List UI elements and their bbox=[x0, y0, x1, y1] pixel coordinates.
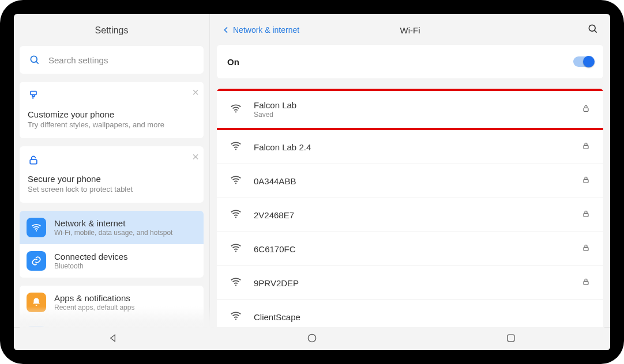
svg-point-18 bbox=[235, 285, 236, 286]
wifi-switch[interactable] bbox=[573, 56, 593, 67]
wifi-network-row[interactable]: 0A344ABB bbox=[217, 164, 603, 198]
svg-rect-23 bbox=[508, 335, 514, 342]
svg-rect-19 bbox=[584, 281, 588, 285]
settings-group: Apps & notifications Recent apps, defaul… bbox=[20, 286, 204, 327]
nav-back-button[interactable] bbox=[107, 332, 119, 346]
lock-icon bbox=[581, 243, 591, 255]
search-input[interactable] bbox=[48, 55, 194, 65]
svg-rect-17 bbox=[584, 247, 588, 251]
sidebar-item-network[interactable]: Network & internet Wi-Fi, mobile, data u… bbox=[20, 211, 204, 244]
wifi-toggle-row[interactable]: On bbox=[217, 45, 603, 78]
settings-sidebar: Settings × Customize your phone Try diff… bbox=[14, 14, 210, 327]
svg-marker-21 bbox=[111, 335, 115, 342]
wifi-network-row[interactable]: 6C6170FC bbox=[217, 232, 603, 266]
wifi-ssid: Falcon Lab 2.4 bbox=[254, 142, 581, 152]
wifi-ssid: 9PRV2DEP bbox=[254, 278, 581, 288]
svg-point-6 bbox=[589, 25, 595, 31]
lock-icon bbox=[581, 175, 591, 187]
wifi-network-row[interactable]: 9PRV2DEP bbox=[217, 266, 603, 300]
wifi-network-list: Falcon LabSavedFalcon Lab 2.40A344ABB2V2… bbox=[217, 89, 603, 327]
svg-point-0 bbox=[31, 56, 37, 62]
wifi-detail-panel: Network & internet Wi-Fi On Falcon LabS bbox=[210, 14, 610, 327]
svg-line-7 bbox=[595, 31, 597, 33]
svg-point-8 bbox=[235, 111, 236, 112]
lock-icon bbox=[581, 209, 591, 221]
tip-title: Secure your phone bbox=[28, 174, 196, 184]
svg-point-14 bbox=[235, 217, 236, 218]
back-label: Network & internet bbox=[233, 25, 299, 35]
sidebar-title: Settings bbox=[14, 14, 209, 46]
nav-home-button[interactable] bbox=[306, 332, 318, 346]
wifi-signal-icon bbox=[230, 102, 242, 117]
wifi-ssid: 2V2468E7 bbox=[254, 210, 581, 220]
triangle-back-icon bbox=[107, 332, 119, 344]
setting-subtitle: Wi-Fi, mobile, data usage, and hotspot bbox=[54, 229, 172, 237]
svg-rect-11 bbox=[584, 145, 588, 149]
wifi-signal-icon bbox=[230, 275, 242, 290]
tip-secure-card[interactable]: × Secure your phone Set screen lock to p… bbox=[20, 146, 204, 203]
wifi-signal-icon bbox=[230, 139, 242, 154]
highlighted-network: Falcon LabSaved bbox=[217, 89, 603, 130]
back-button[interactable]: Network & internet bbox=[221, 25, 299, 35]
setting-title: Network & internet bbox=[54, 218, 172, 228]
svg-line-1 bbox=[36, 62, 39, 64]
setting-subtitle: Bluetooth bbox=[54, 262, 128, 270]
wifi-signal-icon bbox=[230, 309, 242, 324]
svg-rect-3 bbox=[30, 160, 37, 164]
tip-subtitle: Try different styles, wallpapers, and mo… bbox=[28, 120, 196, 129]
svg-rect-13 bbox=[584, 179, 588, 183]
lock-icon bbox=[581, 277, 591, 289]
system-navbar bbox=[14, 327, 610, 350]
wifi-ssid: ClientScape bbox=[254, 312, 591, 322]
chevron-left-icon bbox=[221, 25, 231, 35]
svg-point-22 bbox=[308, 334, 315, 342]
sidebar-item-apps[interactable]: Apps & notifications Recent apps, defaul… bbox=[20, 286, 204, 319]
settings-group: Network & internet Wi-Fi, mobile, data u… bbox=[20, 211, 204, 278]
svg-rect-9 bbox=[584, 108, 588, 111]
wifi-network-row[interactable]: ClientScape bbox=[217, 300, 603, 327]
unlock-icon bbox=[28, 154, 39, 166]
sidebar-item-display[interactable]: Display Wallpaper, sleep, font size bbox=[20, 319, 204, 327]
lock-icon bbox=[581, 104, 591, 115]
svg-point-20 bbox=[235, 318, 236, 320]
svg-rect-2 bbox=[31, 92, 36, 95]
wifi-signal-icon bbox=[230, 241, 242, 256]
search-icon bbox=[587, 23, 599, 35]
setting-subtitle: Recent apps, default apps bbox=[54, 304, 134, 312]
wifi-network-row[interactable]: 2V2468E7 bbox=[217, 198, 603, 232]
wifi-ssid: 6C6170FC bbox=[254, 244, 581, 254]
lock-icon bbox=[581, 141, 591, 153]
tip-subtitle: Set screen lock to protect tablet bbox=[28, 185, 196, 194]
search-icon bbox=[29, 54, 40, 66]
brush-icon bbox=[28, 90, 39, 101]
svg-point-12 bbox=[235, 183, 236, 184]
search-button[interactable] bbox=[587, 23, 599, 37]
svg-rect-15 bbox=[584, 213, 588, 217]
wifi-network-row[interactable]: Falcon Lab 2.4 bbox=[217, 130, 603, 164]
svg-point-16 bbox=[235, 251, 236, 252]
bell-icon bbox=[27, 293, 46, 312]
wifi-status: Saved bbox=[254, 111, 581, 119]
setting-title: Connected devices bbox=[54, 252, 128, 261]
wifi-icon bbox=[27, 218, 46, 237]
wifi-ssid: Falcon Lab bbox=[254, 100, 581, 110]
tip-customize-card[interactable]: × Customize your phone Try different sty… bbox=[20, 82, 204, 138]
close-icon[interactable]: × bbox=[192, 151, 199, 162]
svg-point-4 bbox=[36, 230, 37, 232]
sidebar-item-connected[interactable]: Connected devices Bluetooth bbox=[20, 244, 204, 278]
wifi-state-label: On bbox=[227, 57, 239, 67]
tip-title: Customize your phone bbox=[28, 109, 196, 119]
link-icon bbox=[27, 251, 46, 271]
setting-title: Apps & notifications bbox=[54, 293, 134, 303]
circle-home-icon bbox=[306, 332, 318, 344]
nav-recents-button[interactable] bbox=[505, 332, 517, 346]
close-icon[interactable]: × bbox=[192, 86, 199, 98]
svg-point-10 bbox=[235, 149, 236, 150]
search-settings-row[interactable] bbox=[20, 46, 204, 74]
wifi-signal-icon bbox=[230, 207, 242, 222]
wifi-signal-icon bbox=[230, 173, 242, 188]
wifi-network-row[interactable]: Falcon LabSaved bbox=[217, 91, 603, 128]
wifi-ssid: 0A344ABB bbox=[254, 176, 581, 186]
square-recents-icon bbox=[505, 332, 517, 344]
